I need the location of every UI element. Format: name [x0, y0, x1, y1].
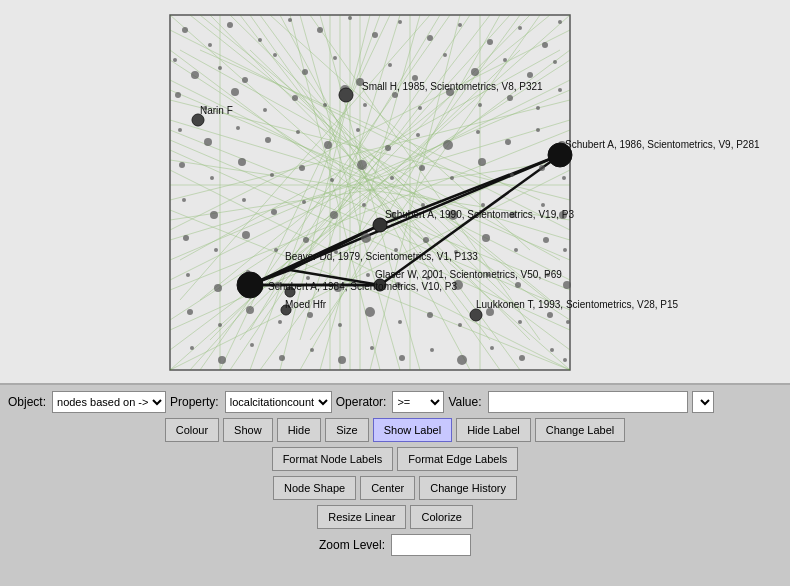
- svg-point-209: [190, 346, 194, 350]
- svg-point-112: [231, 88, 239, 96]
- svg-point-145: [357, 160, 367, 170]
- operator-select[interactable]: >= <= = > <: [392, 391, 444, 413]
- svg-point-137: [536, 128, 540, 132]
- svg-text:Glaser W, 2001, Scientometrics: Glaser W, 2001, Scientometrics, V50, P69: [375, 269, 562, 280]
- change-history-button[interactable]: Change History: [419, 476, 517, 500]
- svg-point-113: [263, 108, 267, 112]
- svg-point-135: [476, 130, 480, 134]
- svg-point-129: [296, 130, 300, 134]
- property-select[interactable]: localcitationcount degree betweenness: [225, 391, 332, 413]
- colorize-button[interactable]: Colorize: [410, 505, 472, 529]
- svg-point-200: [338, 323, 342, 327]
- svg-point-177: [482, 234, 490, 242]
- show-button[interactable]: Show: [223, 418, 273, 442]
- svg-point-194: [563, 281, 571, 289]
- svg-text:Small H, 1985, Scientometrics,: Small H, 1985, Scientometrics, V8, P321: [362, 81, 543, 92]
- svg-point-115: [323, 103, 327, 107]
- hide-label-button[interactable]: Hide Label: [456, 418, 531, 442]
- colour-button[interactable]: Colour: [165, 418, 219, 442]
- svg-point-131: [356, 128, 360, 132]
- svg-point-134: [443, 140, 453, 150]
- svg-point-81: [208, 43, 212, 47]
- svg-point-108: [527, 72, 533, 78]
- svg-point-117: [363, 103, 367, 107]
- svg-point-167: [183, 235, 189, 241]
- resize-linear-button[interactable]: Resize Linear: [317, 505, 406, 529]
- svg-point-141: [238, 158, 246, 166]
- format-edge-labels-button[interactable]: Format Edge Labels: [397, 447, 518, 471]
- svg-point-100: [302, 69, 308, 75]
- svg-point-110: [175, 92, 181, 98]
- svg-point-181: [186, 273, 190, 277]
- svg-point-82: [227, 22, 233, 28]
- svg-point-192: [515, 282, 521, 288]
- svg-point-98: [242, 77, 248, 83]
- value-extra-select[interactable]: [692, 391, 714, 413]
- svg-point-173: [361, 233, 371, 243]
- svg-point-130: [324, 141, 332, 149]
- svg-point-168: [214, 248, 218, 252]
- svg-point-206: [518, 320, 522, 324]
- show-label-button[interactable]: Show Label: [373, 418, 453, 442]
- svg-text:Luukkonen T, 1993, Scientometr: Luukkonen T, 1993, Scientometrics, V28, …: [476, 299, 679, 310]
- svg-point-109: [553, 60, 557, 64]
- svg-point-88: [398, 20, 402, 24]
- zoom-input[interactable]: 0.37901: [391, 534, 471, 556]
- svg-point-87: [372, 32, 378, 38]
- svg-point-151: [539, 165, 545, 171]
- svg-point-195: [187, 309, 193, 315]
- node-shape-button[interactable]: Node Shape: [273, 476, 356, 500]
- object-select[interactable]: nodes based on -> edges based on ->: [52, 391, 166, 413]
- svg-point-225: [237, 272, 263, 298]
- svg-text:Narin F: Narin F: [200, 105, 233, 116]
- value-input[interactable]: 30: [488, 391, 688, 413]
- svg-point-159: [362, 203, 366, 207]
- svg-point-155: [242, 198, 246, 202]
- svg-point-105: [443, 53, 447, 57]
- svg-point-97: [218, 66, 222, 70]
- format-node-labels-button[interactable]: Format Node Labels: [272, 447, 394, 471]
- svg-text:Schubert A, 1990, Scientometri: Schubert A, 1990, Scientometrics, V19, P…: [385, 209, 574, 220]
- svg-point-157: [302, 200, 306, 204]
- graph-svg: Small H, 1985, Scientometrics, V8, P321 …: [0, 0, 790, 383]
- svg-point-96: [191, 71, 199, 79]
- svg-point-214: [338, 356, 346, 364]
- format-buttons-row: Format Node Labels Format Edge Labels: [8, 447, 782, 471]
- svg-point-125: [178, 128, 182, 132]
- svg-point-142: [270, 173, 274, 177]
- svg-point-84: [288, 18, 292, 22]
- svg-point-103: [388, 63, 392, 67]
- size-button[interactable]: Size: [325, 418, 368, 442]
- svg-point-92: [518, 26, 522, 30]
- svg-point-185: [306, 276, 310, 280]
- svg-text:Schubert A, 1984, Scientometri: Schubert A, 1984, Scientometrics, V10, P…: [268, 281, 457, 292]
- svg-point-122: [507, 95, 513, 101]
- svg-point-229: [470, 309, 482, 321]
- svg-point-187: [366, 273, 370, 277]
- hide-button[interactable]: Hide: [277, 418, 322, 442]
- svg-point-222: [563, 358, 567, 362]
- svg-point-221: [550, 348, 554, 352]
- svg-point-207: [547, 312, 553, 318]
- operator-label: Operator:: [336, 395, 387, 409]
- svg-point-144: [330, 178, 334, 182]
- shape-buttons-row: Node Shape Center Change History: [8, 476, 782, 500]
- center-button[interactable]: Center: [360, 476, 415, 500]
- change-label-button[interactable]: Change Label: [535, 418, 626, 442]
- svg-point-219: [490, 346, 494, 350]
- svg-point-197: [246, 306, 254, 314]
- value-label: Value:: [448, 395, 481, 409]
- svg-point-175: [423, 237, 429, 243]
- svg-point-213: [310, 348, 314, 352]
- svg-point-210: [218, 356, 226, 364]
- svg-point-89: [427, 35, 433, 41]
- svg-point-94: [558, 20, 562, 24]
- svg-point-99: [273, 53, 277, 57]
- svg-point-139: [179, 162, 185, 168]
- svg-point-199: [307, 312, 313, 318]
- svg-point-143: [299, 165, 305, 171]
- svg-point-198: [278, 320, 282, 324]
- svg-point-93: [542, 42, 548, 48]
- graph-area[interactable]: Small H, 1985, Scientometrics, V8, P321 …: [0, 0, 790, 385]
- svg-point-133: [416, 133, 420, 137]
